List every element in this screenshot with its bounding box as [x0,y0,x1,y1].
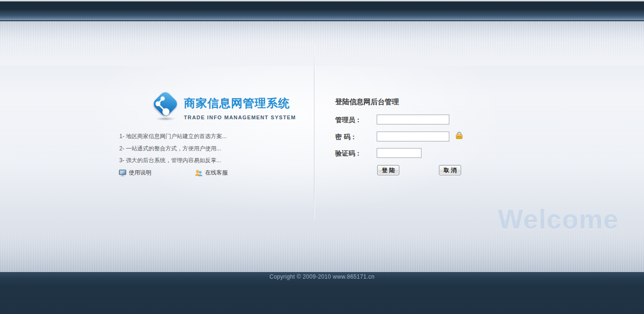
online-service-link[interactable]: 在线客服 [195,169,228,177]
footer: Copyright © 2009-2010 www.865171.cn [0,272,644,314]
people-icon [195,169,203,177]
feature-line-3: 3- 强大的后台系统，管理内容易如反掌... [119,157,227,165]
cancel-button[interactable]: 取 消 [439,165,461,175]
logo-shadow [156,117,175,121]
panel-divider [314,45,314,219]
welcome-watermark-reflection: Welcome [498,218,619,232]
password-label: 密 码： [335,133,357,141]
admin-input[interactable] [377,115,449,124]
login-button[interactable]: 登 陆 [377,165,399,175]
admin-label: 管理员： [335,116,362,124]
app-title: 商家信息网管理系统 [184,96,306,111]
feature-list: 1- 地区商家信息网门户站建立的首选方案... 2- 一站通式的整合方式，方便用… [119,132,227,169]
online-service-label: 在线客服 [205,169,228,177]
usage-guide-label: 使用说明 [129,169,151,177]
app-subtitle: TRADE INFO MANAGEMENT SYSTEM [184,115,306,120]
branding-text: 商家信息网管理系统 TRADE INFO MANAGEMENT SYSTEM [184,96,306,120]
feature-line-1: 1- 地区商家信息网门户站建立的首选方案... [119,132,227,140]
copyright-text: Copyright © 2009-2010 www.865171.cn [0,272,644,280]
share-nodes-icon [152,90,179,117]
password-input[interactable] [377,132,449,141]
captcha-input[interactable] [377,148,421,158]
captcha-label: 验证码： [335,149,362,158]
login-heading: 登陆信息网后台管理 [335,98,399,107]
login-page: 商家信息网管理系统 TRADE INFO MANAGEMENT SYSTEM 1… [0,0,644,314]
logo-icon [152,90,179,117]
feature-line-2: 2- 一站通式的整合方式，方便用户使用... [119,145,227,153]
lock-icon [455,131,463,139]
background-stripes-top [0,21,644,66]
usage-guide-link[interactable]: 使用说明 [119,169,151,177]
main-content: 商家信息网管理系统 TRADE INFO MANAGEMENT SYSTEM 1… [0,21,644,272]
top-header-bar [0,0,644,21]
monitor-icon [119,169,126,177]
